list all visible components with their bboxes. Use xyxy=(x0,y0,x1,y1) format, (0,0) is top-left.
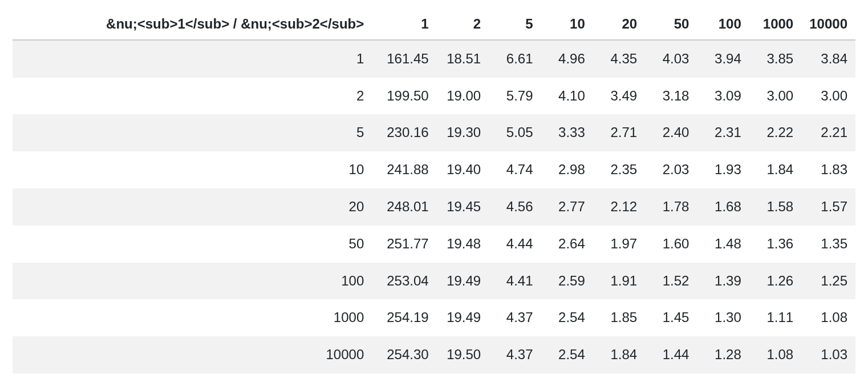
cell: 4.96 xyxy=(541,40,593,78)
cell: 3.18 xyxy=(645,78,697,115)
cell: 3.09 xyxy=(697,78,749,115)
cell: 2.31 xyxy=(697,114,749,151)
cell: 3.84 xyxy=(801,40,855,78)
col-header: 10 xyxy=(541,9,593,40)
cell: 253.04 xyxy=(379,263,436,300)
col-header: 1 xyxy=(379,9,436,40)
col-header: 1000 xyxy=(749,9,801,40)
col-header: 2 xyxy=(437,9,489,40)
table-wrapper: &nu;<sub>1</sub> / &nu;<sub>2</sub> 1 2 … xyxy=(0,0,868,378)
cell: 1.93 xyxy=(697,151,749,188)
cell: 1.28 xyxy=(697,336,749,373)
col-header: 20 xyxy=(593,9,645,40)
cell: 3.00 xyxy=(801,78,855,115)
cell: 1.08 xyxy=(801,299,855,336)
cell: 4.74 xyxy=(489,151,541,188)
cell: 251.77 xyxy=(379,226,436,263)
cell: 2.59 xyxy=(541,263,593,300)
cell: 1.68 xyxy=(697,188,749,226)
cell: 1.36 xyxy=(749,226,801,263)
row-header: 10000 xyxy=(13,336,379,373)
cell: 2.40 xyxy=(645,114,697,151)
row-header: 1000 xyxy=(13,299,379,336)
cell: 19.49 xyxy=(437,299,489,336)
cell: 19.45 xyxy=(437,188,489,226)
cell: 1.58 xyxy=(749,188,801,226)
cell: 3.00 xyxy=(749,78,801,115)
cell: 241.88 xyxy=(379,151,436,188)
table-row: 50 251.77 19.48 4.44 2.64 1.97 1.60 1.48… xyxy=(13,226,855,263)
cell: 1.48 xyxy=(697,226,749,263)
cell: 254.30 xyxy=(379,336,436,373)
cell: 1.84 xyxy=(749,151,801,188)
cell: 4.44 xyxy=(489,226,541,263)
row-header: 5 xyxy=(13,114,379,151)
cell: 1.25 xyxy=(801,263,855,300)
cell: 2.98 xyxy=(541,151,593,188)
cell: 5.79 xyxy=(489,78,541,115)
cell: 19.30 xyxy=(437,114,489,151)
cell: 19.48 xyxy=(437,226,489,263)
cell: 1.52 xyxy=(645,263,697,300)
cell: 1.60 xyxy=(645,226,697,263)
cell: 2.77 xyxy=(541,188,593,226)
cell: 1.91 xyxy=(593,263,645,300)
cell: 19.00 xyxy=(437,78,489,115)
row-header: 2 xyxy=(13,78,379,115)
cell: 4.35 xyxy=(593,40,645,78)
col-header: 100 xyxy=(697,9,749,40)
cell: 1.57 xyxy=(801,188,855,226)
cell: 1.97 xyxy=(593,226,645,263)
table-row: 100 253.04 19.49 4.41 2.59 1.91 1.52 1.3… xyxy=(13,263,855,300)
row-header: 50 xyxy=(13,226,379,263)
row-header: 1 xyxy=(13,40,379,78)
cell: 2.35 xyxy=(593,151,645,188)
cell: 161.45 xyxy=(379,40,436,78)
row-header: 20 xyxy=(13,188,379,226)
table-row: 2 199.50 19.00 5.79 4.10 3.49 3.18 3.09 … xyxy=(13,78,855,115)
cell: 2.03 xyxy=(645,151,697,188)
cell: 1.35 xyxy=(801,226,855,263)
table-header-row: &nu;<sub>1</sub> / &nu;<sub>2</sub> 1 2 … xyxy=(13,9,855,40)
cell: 199.50 xyxy=(379,78,436,115)
cell: 19.50 xyxy=(437,336,489,373)
cell: 1.26 xyxy=(749,263,801,300)
cell: 18.51 xyxy=(437,40,489,78)
col-header: 10000 xyxy=(801,9,855,40)
table-row: 20 248.01 19.45 4.56 2.77 2.12 1.78 1.68… xyxy=(13,188,855,226)
cell: 2.64 xyxy=(541,226,593,263)
cell: 2.54 xyxy=(541,299,593,336)
row-header: 100 xyxy=(13,263,379,300)
f-distribution-table: &nu;<sub>1</sub> / &nu;<sub>2</sub> 1 2 … xyxy=(13,9,855,373)
cell: 3.49 xyxy=(593,78,645,115)
cell: 1.03 xyxy=(801,336,855,373)
cell: 1.39 xyxy=(697,263,749,300)
table-row: 5 230.16 19.30 5.05 3.33 2.71 2.40 2.31 … xyxy=(13,114,855,151)
cell: 1.84 xyxy=(593,336,645,373)
cell: 2.22 xyxy=(749,114,801,151)
table-row: 1 161.45 18.51 6.61 4.96 4.35 4.03 3.94 … xyxy=(13,40,855,78)
cell: 230.16 xyxy=(379,114,436,151)
cell: 1.85 xyxy=(593,299,645,336)
table-row: 1000 254.19 19.49 4.37 2.54 1.85 1.45 1.… xyxy=(13,299,855,336)
cell: 1.30 xyxy=(697,299,749,336)
cell: 3.94 xyxy=(697,40,749,78)
cell: 4.41 xyxy=(489,263,541,300)
cell: 254.19 xyxy=(379,299,436,336)
cell: 4.03 xyxy=(645,40,697,78)
cell: 19.49 xyxy=(437,263,489,300)
cell: 19.40 xyxy=(437,151,489,188)
cell: 6.61 xyxy=(489,40,541,78)
col-header: 50 xyxy=(645,9,697,40)
cell: 2.12 xyxy=(593,188,645,226)
cell: 4.56 xyxy=(489,188,541,226)
cell: 4.10 xyxy=(541,78,593,115)
cell: 1.44 xyxy=(645,336,697,373)
table-row: 10 241.88 19.40 4.74 2.98 2.35 2.03 1.93… xyxy=(13,151,855,188)
cell: 3.85 xyxy=(749,40,801,78)
corner-header: &nu;<sub>1</sub> / &nu;<sub>2</sub> xyxy=(13,9,379,40)
cell: 4.37 xyxy=(489,299,541,336)
table-body: 1 161.45 18.51 6.61 4.96 4.35 4.03 3.94 … xyxy=(13,40,855,373)
cell: 1.83 xyxy=(801,151,855,188)
cell: 2.21 xyxy=(801,114,855,151)
